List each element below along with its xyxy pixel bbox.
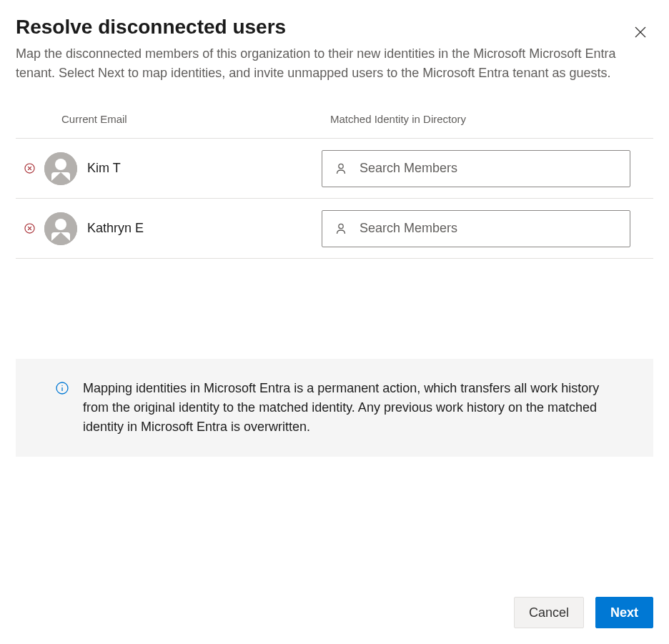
resolve-disconnected-users-dialog: Resolve disconnected users Map the disco… — [0, 0, 669, 644]
person-search-icon — [334, 162, 347, 175]
user-name: Kim T — [87, 161, 121, 176]
avatar — [44, 152, 77, 185]
search-members-input[interactable] — [322, 150, 630, 187]
table-header: Current Email Matched Identity in Direct… — [16, 113, 653, 139]
user-row: Kathryn E — [16, 199, 653, 259]
dialog-header: Resolve disconnected users Map the disco… — [16, 14, 653, 83]
close-icon — [635, 26, 646, 40]
user-name: Kathryn E — [87, 221, 144, 236]
info-message: Mapping identities in Microsoft Entra is… — [16, 359, 653, 457]
dialog-content: Current Email Matched Identity in Direct… — [16, 113, 653, 581]
search-members-input[interactable] — [322, 210, 630, 247]
svg-point-13 — [339, 224, 343, 228]
identity-cell — [322, 210, 653, 247]
person-search-icon — [334, 222, 347, 235]
avatar — [44, 212, 77, 245]
dialog-subtitle: Map the disconnected members of this org… — [16, 44, 625, 83]
svg-point-12 — [55, 219, 66, 230]
svg-point-7 — [339, 164, 343, 168]
identity-cell — [322, 150, 653, 187]
users-table: Current Email Matched Identity in Direct… — [16, 113, 653, 259]
column-header-identity: Matched Identity in Directory — [330, 113, 466, 125]
close-button[interactable] — [629, 21, 652, 44]
users-scroll-region[interactable]: Current Email Matched Identity in Direct… — [16, 113, 653, 327]
status-error-icon — [16, 163, 36, 174]
svg-point-15 — [61, 385, 62, 386]
column-header-email: Current Email — [16, 113, 330, 125]
user-cell: Kim T — [36, 152, 322, 185]
info-icon — [56, 382, 69, 397]
dialog-footer: Cancel Next — [16, 581, 653, 644]
status-error-icon — [16, 223, 36, 234]
svg-point-6 — [55, 159, 66, 170]
dialog-title: Resolve disconnected users — [16, 14, 625, 40]
user-row: Kim T — [16, 139, 653, 199]
info-text: Mapping identities in Microsoft Entra is… — [83, 379, 625, 437]
cancel-button[interactable]: Cancel — [514, 597, 584, 628]
user-cell: Kathryn E — [36, 212, 322, 245]
next-button[interactable]: Next — [595, 597, 653, 628]
